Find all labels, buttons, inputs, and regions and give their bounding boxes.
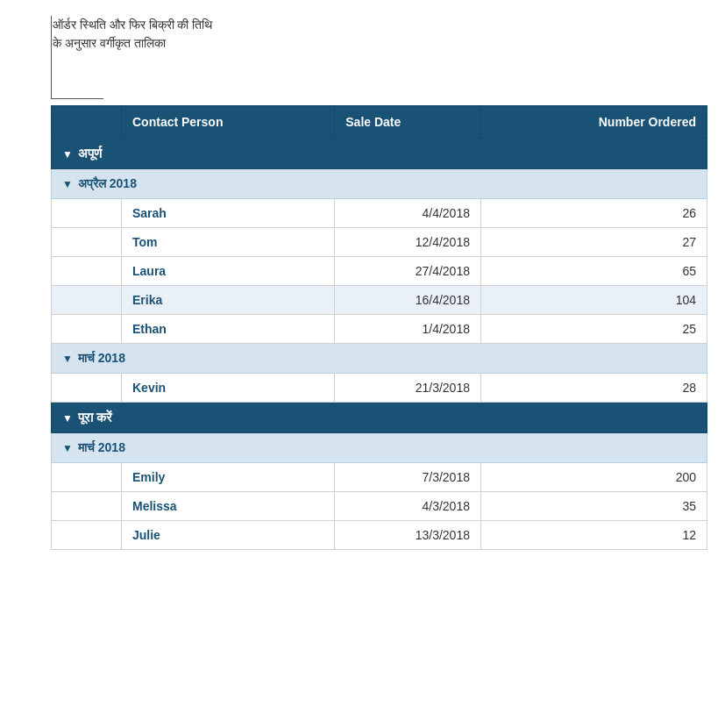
header-col0: [52, 106, 122, 139]
row-indent: [52, 199, 122, 228]
number-ordered-cell: 35: [480, 492, 707, 521]
sale-date-cell: 7/3/2018: [335, 463, 481, 492]
row-indent: [52, 374, 122, 403]
number-ordered-cell: 25: [480, 315, 707, 344]
group-label: ▼अपूर्ण: [52, 139, 707, 169]
group-label: ▼पूरा करें: [52, 403, 707, 433]
number-ordered-cell: 200: [480, 463, 707, 492]
row-indent: [52, 521, 122, 550]
number-ordered-cell: 28: [480, 374, 707, 403]
annotation-text: ऑर्डर स्थिति और फिर बिक्री की तिथि के अन…: [53, 16, 212, 53]
sub-label: ▼मार्च 2018: [52, 433, 707, 463]
sale-date-cell: 21/3/2018: [335, 374, 481, 403]
row-indent: [52, 228, 122, 257]
contact-person-cell: Kevin: [122, 374, 335, 403]
contact-person-cell: Sarah: [122, 199, 335, 228]
sale-date-cell: 27/4/2018: [335, 257, 481, 286]
group-row-top[interactable]: ▼अपूर्ण: [52, 139, 707, 169]
annotation-vertical-line: [51, 16, 52, 99]
sale-date-cell: 16/4/2018: [335, 286, 481, 315]
number-ordered-cell: 65: [480, 257, 707, 286]
group-row-top[interactable]: ▼पूरा करें: [52, 403, 707, 433]
number-ordered-cell: 26: [480, 199, 707, 228]
row-indent: [52, 492, 122, 521]
table-row: Laura27/4/201865: [52, 257, 707, 286]
sale-date-cell: 1/4/2018: [335, 315, 481, 344]
contact-person-cell: Julie: [122, 521, 335, 550]
header-contact-person: Contact Person: [122, 106, 335, 139]
contact-person-cell: Erika: [122, 286, 335, 315]
contact-person-cell: Ethan: [122, 315, 335, 344]
group-row-sub[interactable]: ▼मार्च 2018: [52, 344, 707, 374]
annotation-line2: के अनुसार वर्गीकृत तालिका: [53, 36, 166, 50]
table-row: Kevin21/3/201828: [52, 374, 707, 403]
contact-person-cell: Emily: [122, 463, 335, 492]
table-row: Emily7/3/2018200: [52, 463, 707, 492]
number-ordered-cell: 12: [480, 521, 707, 550]
table-row: Erika16/4/2018104: [52, 286, 707, 315]
table-row: Melissa4/3/201835: [52, 492, 707, 521]
table-row: Ethan1/4/201825: [52, 315, 707, 344]
annotation-line1: ऑर्डर स्थिति और फिर बिक्री की तिथि: [53, 18, 212, 32]
group-row-sub[interactable]: ▼अप्रैल 2018: [52, 169, 707, 199]
table-row: Sarah4/4/201826: [52, 199, 707, 228]
sale-date-cell: 12/4/2018: [335, 228, 481, 257]
number-ordered-cell: 27: [480, 228, 707, 257]
table-row: Tom12/4/201827: [52, 228, 707, 257]
number-ordered-cell: 104: [480, 286, 707, 315]
contact-person-cell: Melissa: [122, 492, 335, 521]
header-number-ordered: Number Ordered: [480, 106, 707, 139]
sale-date-cell: 13/3/2018: [335, 521, 481, 550]
sale-date-cell: 4/3/2018: [335, 492, 481, 521]
group-row-sub[interactable]: ▼मार्च 2018: [52, 433, 707, 463]
table-row: Julie13/3/201812: [52, 521, 707, 550]
contact-person-cell: Tom: [122, 228, 335, 257]
sub-label: ▼मार्च 2018: [52, 344, 707, 374]
sub-label: ▼अप्रैल 2018: [52, 169, 707, 199]
data-table: Contact Person Sale Date Number Ordered …: [51, 105, 707, 550]
row-indent: [52, 315, 122, 344]
row-indent: [52, 257, 122, 286]
row-indent: [52, 463, 122, 492]
main-table-wrapper: Contact Person Sale Date Number Ordered …: [51, 105, 707, 550]
row-indent: [52, 286, 122, 315]
contact-person-cell: Laura: [122, 257, 335, 286]
annotation-horizontal-line: [51, 98, 103, 99]
sale-date-cell: 4/4/2018: [335, 199, 481, 228]
header-sale-date: Sale Date: [335, 106, 481, 139]
